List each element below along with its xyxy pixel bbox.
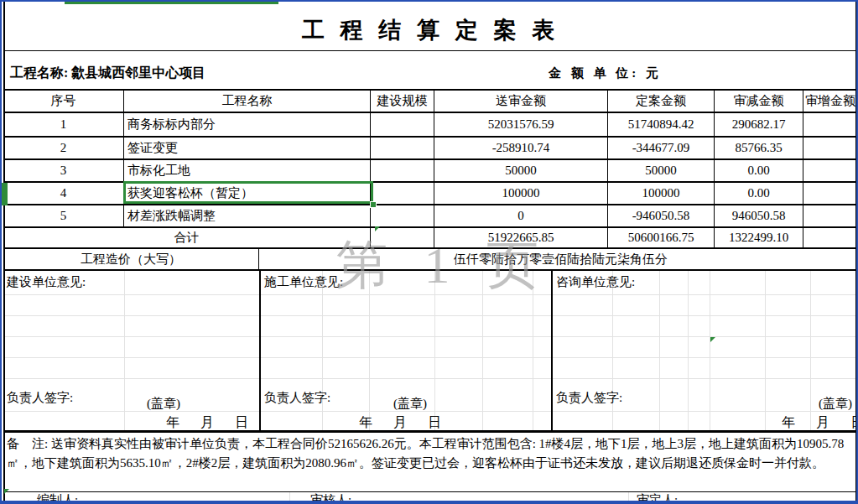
consultant-opinion-label: 咨询单位意见: bbox=[556, 274, 635, 290]
year-label: 年 bbox=[166, 414, 179, 432]
total-submitted[interactable]: 51922665.85 bbox=[434, 228, 608, 247]
header-final: 定案金额 bbox=[608, 91, 715, 112]
project-name-value: 歙县城西邻里中心项目 bbox=[71, 65, 205, 80]
error-indicator-icon bbox=[375, 226, 380, 231]
cell-submitted[interactable]: 0 bbox=[434, 205, 608, 226]
window-bottom-border bbox=[2, 501, 858, 504]
cell-reduced[interactable]: 290682.17 bbox=[715, 113, 803, 136]
table-header-row: 序号 工程名称 建设规模 送审金额 定案金额 审减金额 审增金额 bbox=[3, 91, 857, 113]
date-line: 年 月 日 bbox=[359, 414, 441, 432]
cell-name[interactable]: 商务标标内部分 bbox=[124, 113, 371, 136]
total-label-cell[interactable]: 合计 bbox=[3, 228, 371, 247]
year-label: 年 bbox=[782, 414, 795, 432]
header-reduced: 审减金额 bbox=[715, 91, 803, 112]
month-label: 月 bbox=[393, 414, 407, 432]
table-row: 2 签证变更 -258910.74 -344677.09 85766.35 bbox=[3, 138, 857, 160]
sign-label: 负责人签字: bbox=[7, 390, 73, 406]
title-divider bbox=[3, 50, 857, 51]
seal-label: (盖章) bbox=[819, 396, 852, 412]
opinion-bottom-border bbox=[3, 430, 857, 433]
total-increased[interactable] bbox=[803, 228, 857, 247]
year-label: 年 bbox=[359, 414, 372, 432]
project-name-cell[interactable]: 工程名称: 歙县城西邻里中心项目 bbox=[10, 65, 205, 82]
cell-scale[interactable] bbox=[371, 113, 434, 136]
cell-increased[interactable] bbox=[803, 160, 857, 181]
header-no: 序号 bbox=[3, 91, 124, 112]
amount-in-words-row: 工程造价（大写） 伍仟零陆拾万零壹佰陆拾陆元柒角伍分 bbox=[3, 249, 857, 271]
cell-reduced[interactable]: 85766.35 bbox=[715, 138, 803, 158]
cell-final[interactable]: -344677.09 bbox=[608, 138, 715, 158]
contractor-opinion-section[interactable]: 施工单位意见: 负责人签字: (盖章) 年 月 日 bbox=[259, 271, 551, 432]
cell-scale[interactable] bbox=[371, 205, 434, 226]
cell-reduced[interactable]: 0.00 bbox=[715, 160, 803, 181]
owner-opinion-section[interactable]: 建设单位意见: 负责人签字: (盖章) 年 月 日 bbox=[3, 271, 259, 432]
day-label: 日 bbox=[428, 414, 441, 432]
cell-increased[interactable] bbox=[803, 183, 857, 204]
cell-name[interactable]: 材差涨跌幅调整 bbox=[124, 205, 371, 226]
cell-name[interactable]: 市标化工地 bbox=[124, 160, 371, 181]
month-label: 月 bbox=[200, 414, 214, 432]
amount-unit-label: 金 额 单 位: 元 bbox=[549, 65, 662, 81]
sign-label: 负责人签字: bbox=[264, 390, 330, 406]
date-line: 年 月 日 bbox=[782, 414, 858, 432]
month-label: 月 bbox=[816, 414, 829, 432]
amount-in-words-label: 工程造价（大写） bbox=[3, 249, 259, 269]
cell-increased[interactable] bbox=[803, 113, 857, 136]
total-final[interactable]: 50600166.75 bbox=[608, 228, 715, 247]
table-row: 1 商务标标内部分 52031576.59 51740894.42 290682… bbox=[3, 113, 857, 138]
cell-reduced[interactable]: 0.00 bbox=[715, 183, 803, 204]
fill-handle[interactable] bbox=[370, 201, 377, 208]
cell-scale[interactable] bbox=[371, 160, 434, 181]
cell-scale[interactable] bbox=[371, 138, 434, 158]
cell-increased[interactable] bbox=[803, 138, 857, 158]
seal-label: (盖章) bbox=[393, 396, 427, 412]
seal-label: (盖章) bbox=[147, 396, 180, 412]
sign-label: 负责人签字: bbox=[556, 390, 622, 406]
date-line: 年 月 日 bbox=[166, 414, 248, 432]
table-row-selected: 4 获奖迎客松杯（暂定） 100000 100000 0.00 bbox=[3, 183, 857, 205]
page-title: 工 程 结 算 定 案 表 bbox=[2, 15, 858, 45]
cell-no[interactable]: 3 bbox=[3, 160, 124, 181]
selected-cell-name[interactable]: 获奖迎客松杯（暂定） bbox=[124, 183, 371, 204]
header-scale: 建设规模 bbox=[371, 91, 434, 112]
day-label: 日 bbox=[235, 414, 248, 432]
cell-final[interactable]: 100000 bbox=[608, 183, 715, 204]
settlement-sheet-window: 工 程 结 算 定 案 表 工程名称: 歙县城西邻里中心项目 金 额 单 位: … bbox=[0, 0, 858, 504]
cell-final[interactable]: -946050.58 bbox=[608, 205, 715, 226]
cell-no[interactable]: 1 bbox=[3, 113, 124, 136]
cell-name[interactable]: 签证变更 bbox=[124, 138, 371, 158]
header-name: 工程名称 bbox=[124, 91, 371, 112]
remark-text: 备 注: 送审资料真实性由被审计单位负责，本工程合同价52165626.26元。… bbox=[7, 434, 855, 473]
owner-opinion-label: 建设单位意见: bbox=[7, 274, 86, 290]
header-increased: 审增金额 bbox=[803, 91, 857, 112]
header-submitted: 送审金额 bbox=[434, 91, 608, 112]
total-scale-cell[interactable] bbox=[371, 228, 434, 247]
cell-scale[interactable] bbox=[371, 183, 434, 204]
cell-submitted[interactable]: 52031576.59 bbox=[434, 113, 608, 136]
cell-submitted[interactable]: -258910.74 bbox=[434, 138, 608, 158]
column-selection-strip bbox=[65, 2, 278, 4]
cell-increased[interactable] bbox=[803, 205, 857, 226]
consultant-opinion-section[interactable]: 咨询单位意见: 负责人签字: (盖章) 年 月 日 bbox=[551, 271, 857, 432]
cell-no[interactable]: 2 bbox=[3, 138, 124, 158]
selected-row-indicator bbox=[2, 183, 8, 205]
cell-reduced[interactable]: 946050.58 bbox=[715, 205, 803, 226]
error-indicator-icon bbox=[4, 489, 9, 494]
project-name-label: 工程名称: bbox=[10, 65, 71, 80]
day-label: 日 bbox=[850, 414, 858, 432]
cell-final[interactable]: 51740894.42 bbox=[608, 113, 715, 136]
table-row: 3 市标化工地 50000 50000 0.00 bbox=[3, 160, 857, 183]
cell-no[interactable]: 4 bbox=[3, 183, 124, 204]
cell-submitted[interactable]: 100000 bbox=[434, 183, 608, 204]
total-reduced[interactable]: 1322499.10 bbox=[715, 228, 803, 247]
table-row: 5 材差涨跌幅调整 0 -946050.58 946050.58 bbox=[3, 205, 857, 228]
amount-in-words-value[interactable]: 伍仟零陆拾万零壹佰陆拾陆元柒角伍分 bbox=[259, 249, 857, 269]
cell-final[interactable]: 50000 bbox=[608, 160, 715, 181]
total-row: 合计 51922665.85 50600166.75 1322499.10 bbox=[3, 228, 857, 249]
error-indicator-icon bbox=[710, 337, 715, 342]
cell-no[interactable]: 5 bbox=[3, 205, 124, 226]
cell-submitted[interactable]: 50000 bbox=[434, 160, 608, 181]
contractor-opinion-label: 施工单位意见: bbox=[264, 274, 343, 290]
